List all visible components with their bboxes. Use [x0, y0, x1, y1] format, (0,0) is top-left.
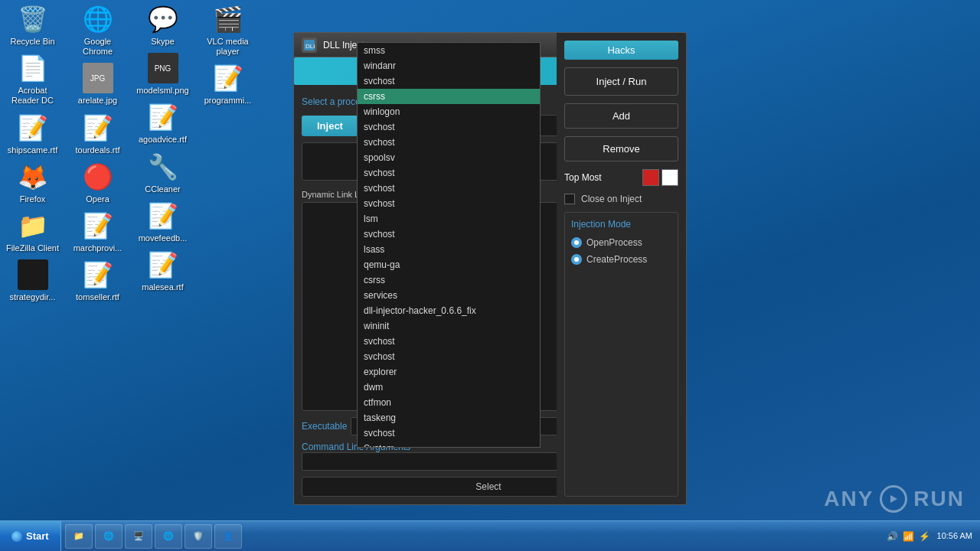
taskbar-ie-icon: 🌐: [103, 531, 114, 541]
vlc-icon: 🎬: [213, 4, 243, 34]
process-list-item[interactable]: svchost: [358, 135, 540, 150]
taskbar-app-user[interactable]: 👤: [214, 524, 242, 549]
clock-time: 10:56 AM: [937, 530, 972, 542]
process-list-item[interactable]: svchost: [358, 425, 540, 441]
svg-marker-2: [890, 495, 897, 503]
ccleaner-icon: 🔧: [148, 152, 178, 182]
process-list-item[interactable]: svchost: [358, 196, 540, 211]
desktop-icon-recycle-bin[interactable]: 🗑️ Recycle Bin: [4, 4, 61, 47]
start-button[interactable]: Start: [0, 521, 61, 551]
process-list-item[interactable]: ctfmon: [358, 395, 540, 410]
taskbar-app-explorer[interactable]: 📁: [65, 524, 93, 549]
desktop-icon-ccleaner[interactable]: 🔧 CCleaner: [134, 152, 191, 194]
add-button[interactable]: Add: [564, 103, 678, 129]
desktop-icon-strategydir[interactable]: strategydir...: [4, 259, 61, 302]
desktop-icon-vlc[interactable]: 🎬 VLC media player: [199, 4, 256, 57]
taskbar-app-cmd[interactable]: 🖥️: [125, 524, 152, 549]
start-orb-icon: [11, 531, 22, 542]
executable-label: Executable: [302, 421, 347, 432]
desktop-col-2: 🌐 Google Chrome JPG arelate.jpg 📝 tourde…: [69, 4, 126, 302]
process-list-item[interactable]: dwm: [358, 380, 540, 395]
process-list-item[interactable]: taskeng: [358, 410, 540, 425]
process-list-item[interactable]: svchost: [358, 181, 540, 196]
desktop-icon-tomseller[interactable]: 📝 tomseller.rtf: [69, 259, 126, 302]
desktop-icon-modelsml[interactable]: PNG modelsml.png: [134, 53, 191, 96]
any-text: ANY: [824, 487, 874, 511]
tray-action-icon[interactable]: ⚡: [919, 530, 931, 543]
tray-icons: 🔊 📶 ⚡: [887, 530, 931, 543]
injection-mode-section: Injection Mode OpenProcess CreateProcess: [564, 212, 678, 497]
hacks-label: Hacks: [607, 44, 635, 56]
skype-icon: 💬: [148, 4, 178, 34]
create-process-radio-row[interactable]: CreateProcess: [571, 254, 671, 265]
desktop-icon-agoadvice[interactable]: 📝 agoadvice.rtf: [134, 102, 191, 145]
taskbar-antivirus-icon: 🛡️: [193, 531, 204, 541]
right-panel: Hacks Inject / Run Add Remove Top Most C…: [557, 32, 687, 505]
process-list-item[interactable]: svchost: [358, 119, 540, 135]
process-list-item[interactable]: svchost: [358, 227, 540, 242]
process-list-item[interactable]: windanr: [358, 58, 540, 73]
filezilla-label: FileZilla Client: [6, 243, 59, 253]
open-process-radio-row[interactable]: OpenProcess: [571, 237, 671, 248]
desktop-icon-movefeedb[interactable]: 📝 movefeedb...: [134, 201, 191, 243]
open-process-radio[interactable]: [571, 237, 582, 248]
desktop-col-1: 🗑️ Recycle Bin 📄 Acrobat Reader DC 📝 shi…: [4, 4, 61, 302]
process-list-item[interactable]: svchost: [358, 73, 540, 89]
desktop-icon-opera[interactable]: 🔴 Opera: [69, 161, 126, 204]
process-list-item[interactable]: winlogon: [358, 104, 540, 119]
process-list-item[interactable]: csrss: [358, 272, 540, 288]
desktop-icon-shipscame[interactable]: 📝 shipscame.rtf: [4, 112, 61, 155]
process-list-item[interactable]: dll-injector-hacker_0.6.6_fix: [358, 303, 540, 318]
desktop: 🗑️ Recycle Bin 📄 Acrobat Reader DC 📝 shi…: [0, 0, 980, 551]
process-list-item[interactable]: smss: [358, 43, 540, 58]
taskbar-app-chrome2[interactable]: 🌐: [155, 524, 182, 549]
process-list-item[interactable]: wininit: [358, 318, 540, 334]
process-list-item[interactable]: services: [358, 288, 540, 303]
process-list-item[interactable]: svchost: [358, 165, 540, 181]
taskbar-explorer-icon: 📁: [74, 531, 84, 541]
strategydir-icon: [18, 259, 48, 290]
process-list-item[interactable]: lsm: [358, 211, 540, 227]
top-most-red-button[interactable]: [642, 169, 659, 186]
process-list-item[interactable]: csrss: [358, 89, 540, 104]
shipscame-icon: 📝: [18, 112, 48, 143]
process-list-item[interactable]: System: [358, 441, 540, 448]
agoadvice-label: agoadvice.rtf: [139, 135, 187, 145]
top-most-white-button[interactable]: [662, 169, 678, 186]
desktop-icon-acrobat[interactable]: 📄 Acrobat Reader DC: [4, 53, 61, 106]
anyrun-watermark: ANY RUN: [824, 485, 965, 513]
process-list-item[interactable]: lsass: [358, 242, 540, 257]
strategydir-label: strategydir...: [10, 292, 56, 302]
taskbar-app-ie[interactable]: 🌐: [95, 524, 122, 549]
desktop-icon-chrome[interactable]: 🌐 Google Chrome: [69, 4, 126, 57]
tray-network-icon[interactable]: 🔊: [887, 530, 899, 543]
close-on-inject-checkbox[interactable]: [564, 194, 575, 204]
remove-button[interactable]: Remove: [564, 136, 678, 161]
tray-volume-icon[interactable]: 📶: [903, 530, 915, 543]
inject-button[interactable]: Inject: [302, 116, 358, 136]
desktop-icon-skype[interactable]: 💬 Skype: [134, 4, 191, 47]
desktop-icon-arelate[interactable]: JPG arelate.jpg: [69, 63, 126, 106]
open-process-label: OpenProcess: [586, 237, 642, 248]
process-dropdown[interactable]: smsswindanrsvchostcsrsswinlogonsvchostsv…: [357, 42, 541, 448]
arelate-label: arelate.jpg: [78, 96, 117, 106]
process-list-item[interactable]: qemu-ga: [358, 257, 540, 272]
desktop-icon-firefox[interactable]: 🦊 Firefox: [4, 161, 61, 204]
inject-run-button[interactable]: Inject / Run: [564, 67, 678, 96]
process-list-item[interactable]: svchost: [358, 334, 540, 349]
ccleaner-label: CCleaner: [145, 184, 180, 194]
taskbar-app-antivirus[interactable]: 🛡️: [185, 524, 212, 549]
desktop-icon-malesea[interactable]: 📝 malesea.rtf: [134, 249, 191, 292]
taskbar-chrome-icon: 🌐: [163, 531, 174, 541]
desktop-col-3: 💬 Skype PNG modelsml.png 📝 agoadvice.rtf…: [134, 4, 191, 292]
desktop-icon-marchprovi[interactable]: 📝 marchprovi...: [69, 210, 126, 253]
movefeedb-label: movefeedb...: [139, 233, 188, 243]
process-list-item[interactable]: spoolsv: [358, 150, 540, 165]
desktop-icon-programmi[interactable]: 📝 programmi...: [199, 63, 256, 106]
desktop-icon-filezilla[interactable]: 📁 FileZilla Client: [4, 210, 61, 253]
create-process-radio[interactable]: [571, 254, 582, 265]
process-list-item[interactable]: explorer: [358, 364, 540, 380]
desktop-icon-tourdeals[interactable]: 📝 tourdeals.rtf: [69, 112, 126, 155]
top-most-label: Top Most: [564, 172, 602, 183]
process-list-item[interactable]: svchost: [358, 349, 540, 364]
